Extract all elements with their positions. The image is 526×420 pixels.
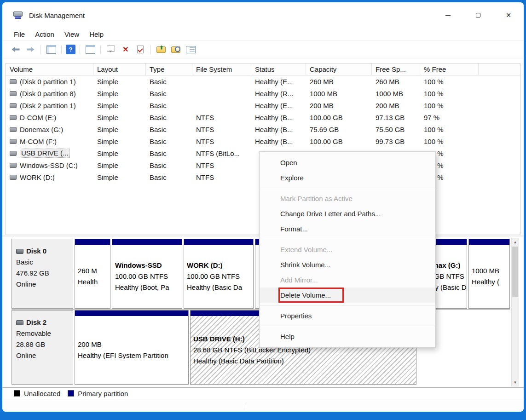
drive-icon [10, 127, 17, 132]
callout-icon[interactable] [105, 44, 117, 56]
volume-cell: 200 MB [372, 102, 420, 109]
status-bar [2, 399, 524, 412]
scroll-up-icon[interactable]: ▲ [512, 238, 519, 246]
menu-item-change-drive-letter-and-paths[interactable]: Change Drive Letter and Paths... [260, 206, 435, 221]
toolbar-separator [150, 45, 151, 54]
window-title: Disk Management [29, 12, 85, 19]
disk-name: Disk 2 [16, 317, 73, 328]
menu-help[interactable]: Help [84, 29, 109, 40]
volume-cell: Healthy (B... [251, 126, 306, 133]
menu-item-delete-volume[interactable]: Delete Volume... [260, 288, 435, 303]
help-icon[interactable]: ? [66, 45, 75, 54]
volume-cell: Healthy (E... [251, 102, 306, 109]
volume-cell: NTFS [192, 114, 251, 121]
toolbar-separator [80, 45, 80, 54]
volume-row[interactable]: (Disk 2 partition 1)SimpleBasicHealthy (… [6, 99, 520, 111]
column-header-volume[interactable]: Volume [6, 63, 93, 75]
volume-row[interactable]: M-COM (F:)SimpleBasicNTFSHealthy (B...10… [6, 135, 520, 147]
volume-cell: Simple [93, 126, 146, 133]
column-header-free[interactable]: % Free [420, 63, 479, 75]
volume-name: (Disk 2 partition 1) [20, 102, 76, 109]
partition[interactable]: Windows-SSD100.00 GB NTFSHealthy (Boot, … [112, 239, 182, 309]
forward-icon[interactable] [24, 44, 36, 56]
volume-cell: Healthy (R... [251, 90, 306, 98]
script-check-icon[interactable] [134, 44, 146, 56]
open-folder-icon[interactable] [155, 44, 167, 56]
minimize-button[interactable] [433, 2, 463, 28]
volume-cell: 100 % [420, 138, 479, 145]
volume-cell: Simple [93, 114, 146, 121]
vertical-scrollbar[interactable]: ▲ ▼ [511, 238, 519, 386]
column-header-file-system[interactable]: File System [192, 63, 251, 75]
search-folder-icon[interactable] [170, 44, 182, 56]
menu-item-format[interactable]: Format... [260, 221, 435, 236]
volume-cell: Donemax (G:) [6, 126, 93, 133]
column-header-type[interactable]: Type [146, 63, 192, 75]
scroll-down-icon[interactable]: ▼ [512, 379, 519, 386]
close-button[interactable]: ✕ [493, 2, 524, 28]
volume-name: M-COM (F:) [20, 138, 57, 145]
scrollbar-thumb[interactable] [512, 247, 518, 297]
column-header-capacity[interactable]: Capacity [306, 63, 372, 75]
menu-item-properties[interactable]: Properties [260, 308, 435, 323]
partition-line: 260 M [78, 265, 107, 276]
menu-action[interactable]: Action [30, 29, 59, 40]
volume-row[interactable]: (Disk 0 partition 8)SimpleBasicHealthy (… [6, 87, 520, 99]
menu-separator [260, 239, 435, 239]
volume-cell: Simple [93, 78, 146, 86]
maximize-button[interactable] [463, 2, 493, 28]
partition[interactable]: 260 MHealth [75, 239, 110, 309]
partition[interactable]: 200 MBHealthy (EFI System Partition [75, 310, 189, 385]
close-icon: ✕ [506, 12, 511, 18]
disk-info-disk-0[interactable]: Disk 0Basic476.92 GBOnline [12, 239, 73, 309]
volume-cell: USB DRIVE (... [6, 149, 93, 158]
disk-info-disk-2[interactable]: Disk 2Removable28.88 GBOnline [12, 310, 73, 385]
properties-form-icon[interactable] [185, 44, 197, 56]
drive-icon [10, 79, 17, 84]
volume-cell: 200 MB [306, 102, 372, 109]
delete-volume-icon[interactable]: ✕ [120, 44, 132, 56]
volume-cell: Basic [146, 138, 192, 145]
menu-item-explore[interactable]: Explore [260, 170, 435, 185]
volume-cell: NTFS [192, 138, 251, 145]
volume-row[interactable]: (Disk 0 partition 1)SimpleBasicHealthy (… [6, 75, 520, 87]
volume-cell: NTFS [192, 161, 251, 169]
back-icon[interactable] [10, 44, 22, 56]
partition[interactable]: 1000 MBHealthy ( [468, 239, 510, 309]
volume-cell: Simple [93, 173, 146, 181]
column-header-layout[interactable]: Layout [93, 63, 146, 75]
drive-icon [10, 151, 17, 156]
menu-item-add-mirror: Add Mirror... [260, 272, 435, 288]
toolbar: ?✕ [2, 41, 524, 58]
menu-separator [260, 326, 435, 326]
menu-item-shrink-volume[interactable]: Shrink Volume... [260, 257, 435, 272]
column-header-free-sp[interactable]: Free Sp... [372, 63, 420, 75]
disk-icon [16, 320, 23, 325]
volume-cell: M-COM (F:) [6, 138, 93, 145]
menu-file[interactable]: File [9, 29, 30, 40]
menu-bar: FileActionViewHelp [2, 28, 524, 41]
title-bar[interactable]: Disk Management ✕ [2, 2, 524, 28]
partition[interactable]: WORK (D:)100.00 GB NTFSHealthy (Basic Da [184, 239, 254, 309]
volume-row[interactable]: D-COM (E:)SimpleBasicNTFSHealthy (B...10… [6, 111, 520, 123]
disk-status: Online [16, 350, 73, 361]
menu-item-mark-partition-as-active: Mark Partition as Active [260, 191, 435, 206]
status-bar-divider [246, 402, 246, 409]
drive-icon [10, 175, 17, 180]
partition-stripe [75, 311, 188, 316]
menu-item-help[interactable]: Help [260, 329, 435, 344]
legend-swatch [14, 390, 20, 397]
console-window-icon[interactable] [84, 44, 96, 56]
menu-item-label: Mark Partition as Active [280, 195, 353, 202]
disk-name: Disk 0 [16, 246, 73, 257]
volume-cell: 100 % [420, 90, 479, 98]
show-console-tree-icon[interactable] [45, 44, 57, 56]
volume-cell: D-COM (E:) [6, 114, 93, 121]
drive-icon [10, 115, 17, 120]
partition-line: Healthy (EFI System Partition [78, 350, 185, 361]
menu-item-extend-volume: Extend Volume... [260, 242, 435, 257]
menu-view[interactable]: View [59, 29, 84, 40]
volume-row[interactable]: Donemax (G:)SimpleBasicNTFSHealthy (B...… [6, 123, 520, 135]
menu-item-open[interactable]: Open [260, 155, 435, 170]
column-header-status[interactable]: Status [251, 63, 306, 75]
